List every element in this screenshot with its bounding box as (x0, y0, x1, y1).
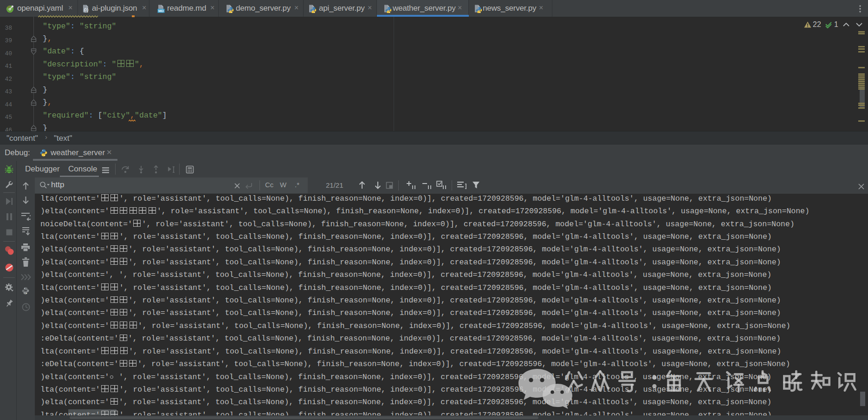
svg-text:MD: MD (158, 9, 164, 13)
